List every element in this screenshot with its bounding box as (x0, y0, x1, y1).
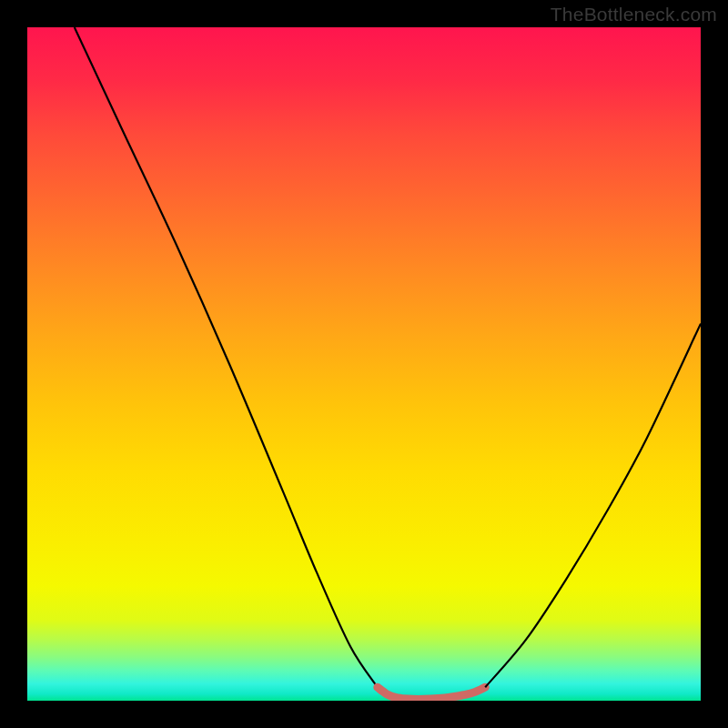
series-left-branch (75, 27, 378, 687)
series-right-branch (485, 324, 701, 688)
plot-area (27, 27, 701, 701)
watermark-text: TheBottleneck.com (551, 4, 717, 25)
bottleneck-curve (27, 27, 701, 701)
chart-frame: TheBottleneck.com (0, 0, 728, 728)
series-valley-floor (378, 687, 485, 699)
